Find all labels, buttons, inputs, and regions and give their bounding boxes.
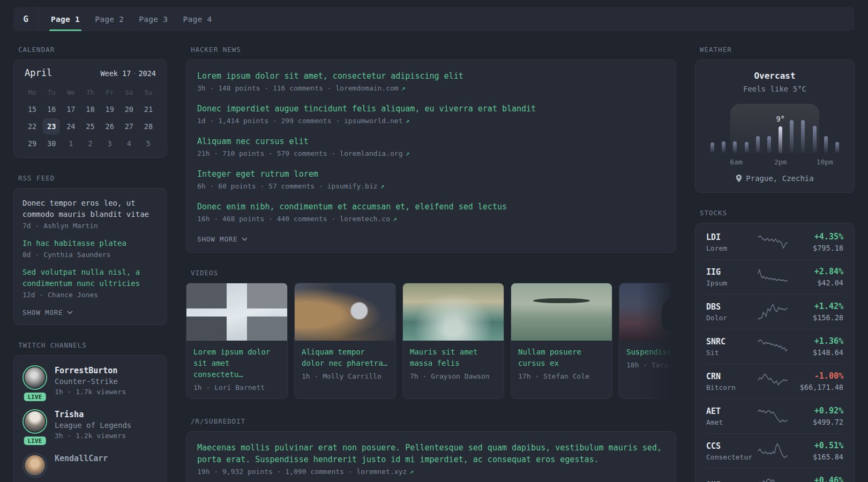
stock-row[interactable]: AET Amet +0.92% $499.72 [705,398,844,433]
calendar-year: 2024 [138,69,156,78]
stock-name: Dolor [706,314,758,322]
twitch-channel-row[interactable]: LIVE Trisha League of Legends 3h · 1.2k … [23,409,158,441]
stock-sparkline [758,407,788,425]
video-title: Lorem ipsum dolor sit amet consectetu… [193,347,280,380]
weather-hour-bar [790,120,794,153]
video-card[interactable]: Mauris sit amet massa felis 7h · Grayson… [402,283,504,399]
stock-price: $499.72 [788,418,843,427]
rss-item-link[interactable]: Donec tempor eros leo, ut commodo mauris… [23,198,158,220]
video-meta: 17h · Stefan Cole [518,372,605,380]
rss-item-meta: 7d · Ashlyn Martin [23,222,158,230]
channel-game: Counter-Strike [55,376,126,387]
stock-price: $42.04 [788,278,843,288]
weekday-label: Sa [119,86,139,101]
weekday-label: Th [80,86,100,101]
right-column: WEATHER Overcast Feels like 5°C [695,46,855,482]
twitch-channel-row[interactable]: LIVE ForrestBurton Counter-Strike 1h · 1… [23,365,158,397]
tab-page-3[interactable]: Page 3 [131,7,175,31]
stock-price: $156.28 [788,313,843,322]
hn-story-meta: 21h · 710 points · 579 comments · loreml… [197,149,665,157]
external-link-icon[interactable]: ↗ [401,84,406,92]
app-logo[interactable]: G [13,7,39,31]
hn-story-link[interactable]: Donec imperdiet augue tincidunt felis al… [197,103,665,115]
stock-change: +0.92% [788,405,843,416]
hn-story-link[interactable]: Lorem ipsum dolor sit amet, consectetur … [197,70,665,82]
rss-item-link[interactable]: In hac habitasse platea [23,238,158,249]
video-card[interactable]: Aliquam tempor dolor nec pharetra… 1h · … [294,283,396,399]
stock-change: +2.84% [788,266,843,277]
stock-sparkline [758,372,788,390]
weather-bars: 9° [710,120,839,153]
channel-viewers: 1h · 1.7k viewers [55,387,126,397]
stock-row[interactable]: CCS Consectetur +0.51% $165.84 [705,433,844,468]
videos-widget: VIDEOS Lorem ipsum dolor sit amet consec… [186,269,676,399]
weather-hour-bar [710,142,714,153]
video-title: Aliquam tempor dolor nec pharetra… [302,347,388,369]
calendar-day: 29 [24,135,41,152]
weekday-label: Su [139,86,158,101]
stock-symbol: DBS [706,302,758,312]
external-link-icon[interactable]: ↗ [380,182,385,190]
channel-avatar: LIVE [23,365,47,397]
stock-sparkline [758,442,788,460]
calendar-day: 21 [140,101,157,117]
twitch-channel-row[interactable]: LIVE KendallCarr [23,453,158,478]
external-link-icon[interactable]: ↗ [406,117,410,125]
chevron-down-icon [242,237,248,241]
videos-widget-title: VIDEOS [191,269,676,277]
hacker-news-card: Lorem ipsum dolor sit amet, consectetur … [186,59,676,253]
hn-story-meta: 1d · 1,414 points · 299 comments · ipsum… [197,117,665,125]
rss-item-link[interactable]: Sed volutpat nulla nisl, a condimentum n… [23,267,158,289]
stock-row[interactable]: LDI Lorem +4.35% $795.18 [705,225,844,259]
stock-price: $66,171.48 [788,383,843,392]
stock-name: Amet [706,418,758,426]
stock-row[interactable]: CRN Bitcorn -1.00% $66,171.48 [705,364,844,398]
stock-row[interactable]: DBS Dolor +1.42% $156.28 [705,294,844,329]
stock-name: Bitcorn [706,383,758,391]
weather-hour-bar [824,136,828,153]
stock-symbol: LDI [706,232,758,243]
tab-page-4[interactable]: Page 4 [175,7,219,31]
tab-page-1[interactable]: Page 1 [43,7,87,31]
stock-row[interactable]: AHS +0.46% [705,468,844,482]
external-link-icon[interactable]: ↗ [406,149,410,157]
stock-name: Consectetur [706,453,758,461]
calendar-week-number: Week 17 [100,69,131,78]
stock-change: +0.46% [788,475,843,482]
stock-row[interactable]: IIG Ipsum +2.84% $42.04 [705,259,844,294]
hn-show-more-button[interactable]: SHOW MORE [197,235,248,243]
reddit-post-link[interactable]: Maecenas mollis pulvinar erat non posuer… [197,442,665,465]
calendar-day: 5 [140,135,157,152]
stock-symbol: AET [706,406,758,417]
avatar-image [25,455,45,476]
hn-story-link[interactable]: Donec enim nibh, condimentum et accumsan… [197,201,665,213]
stocks-card: LDI Lorem +4.35% $795.18 IIG Ipsum [695,223,855,482]
video-card[interactable]: Nullam posuere cursus ex 17h · Stefan Co… [511,283,612,399]
tab-page-2[interactable]: Page 2 [87,7,131,31]
stock-row[interactable]: SNRC Sit +1.36% $148.64 [705,329,844,364]
calendar-widget: CALENDAR April Week 17·2024 Mo Tu We Th … [13,46,167,158]
rss-show-more-button[interactable]: SHOW MORE [23,308,73,317]
stocks-widget-title: STOCKS [700,209,855,217]
hour-label: 2pm [774,158,787,166]
video-card[interactable]: Suspendisse diam 18h · Tara [619,283,676,399]
video-card[interactable]: Lorem ipsum dolor sit amet consectetu… 1… [186,283,288,399]
calendar-day: 24 [62,118,79,134]
calendar-day: 16 [43,101,60,117]
hn-story-link[interactable]: Aliquam nec cursus elit [197,135,665,147]
video-thumbnail [511,283,612,341]
hn-story-link[interactable]: Integer eget rutrum lorem [197,168,665,180]
videos-carousel[interactable]: Lorem ipsum dolor sit amet consectetu… 1… [186,283,676,399]
hacker-news-widget: HACKER NEWS Lorem ipsum dolor sit amet, … [186,46,676,253]
stock-symbol: SNRC [706,336,758,347]
external-link-icon[interactable]: ↗ [393,215,397,223]
rss-item-meta: 12d · Chance Jones [23,291,158,299]
hour-label: 6am [730,158,742,166]
weather-card: Overcast Feels like 5°C 9° [695,59,855,193]
reddit-post: Maecenas mollis pulvinar erat non posuer… [197,442,665,476]
stock-change: +4.35% [788,231,843,242]
external-link-icon[interactable]: ↗ [409,468,414,476]
stock-symbol: CRN [706,371,758,382]
hn-story: Integer eget rutrum lorem 6h · 60 points… [197,168,665,190]
channel-avatar: LIVE [23,453,47,478]
